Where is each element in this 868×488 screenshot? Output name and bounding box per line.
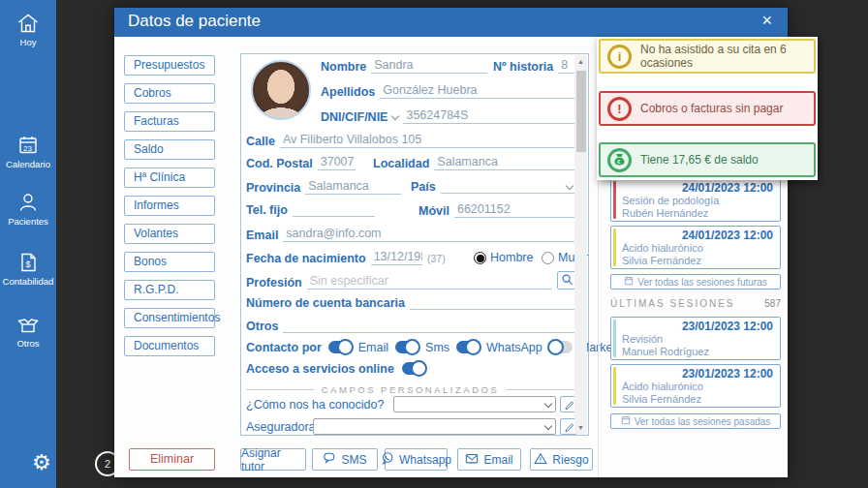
nacimiento-input[interactable]: 13/12/1985	[371, 250, 422, 265]
accounting-icon: $	[0, 250, 56, 275]
dni-input[interactable]: 35624784S	[403, 108, 574, 124]
toggle-acceso-online[interactable]	[402, 362, 425, 375]
ver-sesiones-pasadas-button[interactable]: Ver todas las sesiones pasadas	[610, 413, 781, 429]
session-accent	[613, 367, 616, 405]
sidebar-item-contabilidad[interactable]: $ Contabilidad	[0, 250, 56, 287]
nav-presupuestos[interactable]: Presupuestos	[124, 55, 215, 76]
chat-bubble-icon	[323, 451, 336, 468]
otros-input[interactable]	[283, 319, 574, 333]
sidebar-item-calendario[interactable]: 23 Calendario	[0, 133, 56, 169]
aseguradora-label: Aseguradora	[246, 420, 316, 434]
radio-mujer[interactable]	[542, 252, 554, 264]
telfijo-input[interactable]	[293, 202, 375, 217]
form-scrollbar[interactable]: ▲ ▼	[574, 55, 587, 434]
sidebar-item-otros[interactable]: Otros	[0, 312, 56, 349]
toggle-sms[interactable]	[395, 341, 418, 353]
nav-cobros[interactable]: Cobros	[124, 83, 215, 104]
eliminar-button[interactable]: Eliminar	[129, 448, 215, 471]
radio-hombre[interactable]	[474, 252, 486, 264]
acceso-label: Acceso a servicios online	[246, 362, 394, 376]
others-icon	[0, 312, 56, 337]
email-input[interactable]: sandra@info.com	[283, 227, 574, 242]
movil-input[interactable]: 66201152	[454, 202, 574, 218]
toast-text: No ha asistido a su cita en 6 ocasiones	[640, 43, 814, 70]
session-date: 24/01/2023 12:00	[622, 229, 773, 242]
toast-balance[interactable]: € Tiene 17,65 € de saldo	[599, 142, 816, 177]
email-button[interactable]: Email	[457, 448, 521, 471]
scroll-down-icon[interactable]: ▼	[574, 421, 587, 434]
pais-label: País	[411, 180, 436, 194]
cuenta-input[interactable]	[410, 295, 574, 310]
svg-text:23: 23	[23, 144, 32, 153]
asignar-tutor-button[interactable]: Asignar tutor	[240, 448, 306, 471]
sms-button[interactable]: SMS	[312, 448, 378, 471]
nav-consentimientos[interactable]: Consentimientos	[124, 308, 215, 328]
nav-informes[interactable]: Informes	[124, 196, 215, 216]
chevron-down-icon	[544, 400, 552, 408]
toggle-email-label: Email	[358, 341, 388, 354]
otros-label: Otros	[246, 320, 278, 333]
whatsapp-button[interactable]: Whatsapp	[385, 448, 448, 471]
patient-photo[interactable]	[251, 60, 311, 120]
warning-triangle-icon	[534, 452, 547, 468]
sidebar-item-label: Calendario	[0, 159, 56, 169]
localidad-input[interactable]: Salamanca	[434, 155, 574, 170]
nav-rgpd[interactable]: R.G.P.D.	[124, 280, 215, 300]
localidad-label: Localidad	[373, 157, 429, 170]
toggle-marketing[interactable]	[549, 341, 573, 353]
chevron-down-icon[interactable]	[391, 112, 399, 120]
nacimiento-label: Fecha de nacimiento	[246, 252, 366, 265]
cp-input[interactable]: 37007	[318, 155, 356, 170]
nav-volantes[interactable]: Volantes	[124, 224, 215, 244]
sidebar-item-hoy[interactable]: Hoy	[0, 11, 56, 47]
nav-historia-clinica[interactable]: Hª Clínica	[124, 168, 215, 188]
settings-gear-icon[interactable]: ⚙	[32, 450, 51, 475]
calle-input[interactable]: Av Filiberto Villalobos 105	[280, 133, 574, 148]
nav-bonos[interactable]: Bonos	[124, 252, 215, 272]
patient-form: Nombre Sandra Nº historia 8 Apellidos Go…	[240, 53, 589, 436]
session-card[interactable]: 23/01/2023 12:00 Ácido hialurónico Silvi…	[610, 364, 781, 408]
session-service: Ácido hialurónico	[622, 242, 773, 255]
money-bag-icon: €	[607, 148, 632, 172]
search-icon	[561, 272, 574, 290]
nav-documentos[interactable]: Documentos	[124, 336, 215, 356]
ver-sesiones-futuras-button[interactable]: Ver todas las sesiones futuras	[610, 274, 781, 290]
profesion-label: Profesión	[246, 276, 302, 290]
patients-icon	[0, 190, 56, 215]
scrollbar-thumb[interactable]	[576, 71, 586, 152]
toggle-email[interactable]	[328, 341, 352, 353]
sidebar-item-label: Otros	[0, 338, 56, 349]
calendar-icon: 23	[0, 133, 56, 158]
scroll-up-icon[interactable]: ▲	[574, 55, 587, 68]
past-sessions-count: 587	[764, 298, 781, 309]
session-card[interactable]: 23/01/2023 12:00 Revisión Manuel Rodrígu…	[610, 317, 781, 360]
pais-select[interactable]	[441, 179, 574, 194]
session-date: 23/01/2023 12:00	[622, 320, 773, 333]
session-card[interactable]: 24/01/2023 12:00 Sesión de podología Rub…	[610, 178, 781, 222]
chevron-down-icon[interactable]	[566, 182, 574, 190]
apellidos-input[interactable]: González Huebra	[380, 83, 574, 99]
chevron-down-icon	[544, 422, 552, 430]
riesgo-button[interactable]: Riesgo	[530, 448, 593, 471]
nav-facturas[interactable]: Facturas	[124, 111, 215, 132]
historia-input[interactable]: 8	[558, 58, 574, 74]
profesion-input[interactable]: Sin especificar	[307, 274, 552, 290]
toast-unpaid-invoices[interactable]: ! Cobros o facturas sin pagar	[599, 91, 816, 126]
toast-missed-appointments[interactable]: i No ha asistido a su cita en 6 ocasione…	[599, 39, 816, 74]
session-card[interactable]: 24/01/2023 12:00 Ácido hialurónico Silvi…	[610, 226, 781, 269]
email-action-label: Email	[483, 453, 512, 467]
ver-pasadas-label: Ver todas las sesiones pasadas	[635, 416, 771, 427]
apellidos-label: Apellidos	[321, 85, 375, 99]
toggle-whatsapp[interactable]	[456, 341, 480, 353]
nav-saldo[interactable]: Saldo	[124, 139, 215, 160]
session-accent	[613, 181, 616, 219]
close-icon[interactable]: ×	[761, 11, 772, 31]
provincia-input[interactable]: Salamanca	[305, 179, 401, 195]
toast-text: Cobros o facturas sin pagar	[640, 102, 783, 115]
aseguradora-select[interactable]	[313, 418, 556, 435]
sidebar-item-label: Pacientes	[0, 216, 56, 227]
calendar-mini-icon	[621, 415, 631, 427]
conocido-select[interactable]	[393, 396, 556, 412]
nombre-input[interactable]: Sandra	[371, 58, 487, 74]
sidebar-item-pacientes[interactable]: Pacientes	[0, 190, 56, 227]
